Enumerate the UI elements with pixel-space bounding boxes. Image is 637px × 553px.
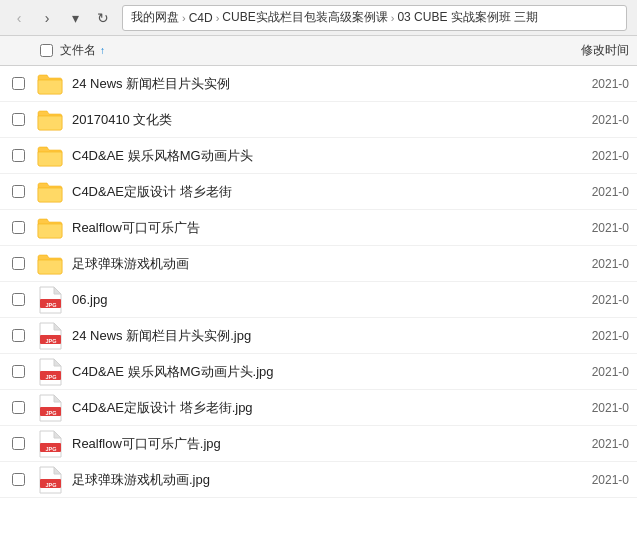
table-row[interactable]: 足球弹珠游戏机动画2021-0	[0, 246, 637, 282]
table-row[interactable]: 20170410 文化类2021-0	[0, 102, 637, 138]
folder-icon	[36, 142, 64, 170]
breadcrumb-item-3[interactable]: 03 CUBE 实战案例班 三期	[397, 9, 538, 26]
table-row[interactable]: Realflow可口可乐广告2021-0	[0, 210, 637, 246]
svg-text:JPG: JPG	[45, 301, 56, 307]
header-checkbox[interactable]	[36, 44, 56, 57]
jpg-file-icon: JPG	[36, 466, 64, 494]
file-date: 2021-0	[557, 221, 637, 235]
folder-icon	[36, 106, 64, 134]
toolbar: ‹ › ▾ ↻ 我的网盘 › C4D › CUBE实战栏目包装高级案例课 › 0…	[0, 0, 637, 36]
jpg-file-icon: JPG	[36, 322, 64, 350]
row-checkbox-wrap	[8, 74, 28, 94]
row-checkbox[interactable]	[12, 473, 25, 486]
svg-text:JPG: JPG	[45, 337, 56, 343]
file-name: 足球弹珠游戏机动画.jpg	[72, 471, 557, 489]
file-name: 足球弹珠游戏机动画	[72, 255, 557, 273]
file-date: 2021-0	[557, 293, 637, 307]
file-date: 2021-0	[557, 473, 637, 487]
back-button[interactable]: ‹	[6, 5, 32, 31]
sort-icon: ↑	[100, 45, 105, 56]
table-row[interactable]: JPG C4D&AE 娱乐风格MG动画片头.jpg2021-0	[0, 354, 637, 390]
file-name: 20170410 文化类	[72, 111, 557, 129]
row-checkbox[interactable]	[12, 257, 25, 270]
file-list: 24 News 新闻栏目片头实例2021-0 20170410 文化类2021-…	[0, 66, 637, 553]
table-row[interactable]: JPG 足球弹珠游戏机动画.jpg2021-0	[0, 462, 637, 498]
row-checkbox[interactable]	[12, 113, 25, 126]
row-checkbox[interactable]	[12, 293, 25, 306]
file-name: 24 News 新闻栏目片头实例.jpg	[72, 327, 557, 345]
row-checkbox[interactable]	[12, 437, 25, 450]
file-date: 2021-0	[557, 329, 637, 343]
row-checkbox[interactable]	[12, 185, 25, 198]
column-name-label: 文件名	[60, 42, 96, 59]
column-date-label: 修改时间	[581, 43, 629, 57]
forward-button[interactable]: ›	[34, 5, 60, 31]
column-date-header[interactable]: 修改时间	[557, 42, 637, 59]
file-name: C4D&AE 娱乐风格MG动画片头.jpg	[72, 363, 557, 381]
svg-text:JPG: JPG	[45, 409, 56, 415]
folder-icon	[36, 214, 64, 242]
folder-icon	[36, 70, 64, 98]
row-checkbox-wrap	[8, 290, 28, 310]
breadcrumb-item-1[interactable]: C4D	[189, 11, 213, 25]
row-checkbox[interactable]	[12, 329, 25, 342]
row-checkbox[interactable]	[12, 221, 25, 234]
breadcrumb-sep-1: ›	[216, 12, 220, 24]
column-name-header[interactable]: 文件名 ↑	[56, 42, 557, 59]
dropdown-button[interactable]: ▾	[62, 5, 88, 31]
row-checkbox[interactable]	[12, 149, 25, 162]
breadcrumb-sep-0: ›	[182, 12, 186, 24]
file-name: Realflow可口可乐广告.jpg	[72, 435, 557, 453]
table-row[interactable]: JPG C4D&AE定版设计 塔乡老街.jpg2021-0	[0, 390, 637, 426]
file-date: 2021-0	[557, 185, 637, 199]
breadcrumb-item-0[interactable]: 我的网盘	[131, 9, 179, 26]
file-name: 06.jpg	[72, 292, 557, 307]
file-date: 2021-0	[557, 77, 637, 91]
table-row[interactable]: JPG 24 News 新闻栏目片头实例.jpg2021-0	[0, 318, 637, 354]
row-checkbox-wrap	[8, 110, 28, 130]
svg-text:JPG: JPG	[45, 481, 56, 487]
row-checkbox-wrap	[8, 470, 28, 490]
file-date: 2021-0	[557, 401, 637, 415]
row-checkbox-wrap	[8, 182, 28, 202]
row-checkbox-wrap	[8, 218, 28, 238]
row-checkbox-wrap	[8, 146, 28, 166]
file-date: 2021-0	[557, 437, 637, 451]
table-row[interactable]: JPG 06.jpg2021-0	[0, 282, 637, 318]
breadcrumb: 我的网盘 › C4D › CUBE实战栏目包装高级案例课 › 03 CUBE 实…	[122, 5, 627, 31]
jpg-file-icon: JPG	[36, 430, 64, 458]
file-name: C4D&AE定版设计 塔乡老街.jpg	[72, 399, 557, 417]
table-row[interactable]: 24 News 新闻栏目片头实例2021-0	[0, 66, 637, 102]
row-checkbox-wrap	[8, 434, 28, 454]
file-name: Realflow可口可乐广告	[72, 219, 557, 237]
folder-icon	[36, 250, 64, 278]
file-name: C4D&AE定版设计 塔乡老街	[72, 183, 557, 201]
breadcrumb-item-2[interactable]: CUBE实战栏目包装高级案例课	[222, 9, 387, 26]
row-checkbox[interactable]	[12, 401, 25, 414]
jpg-file-icon: JPG	[36, 286, 64, 314]
file-date: 2021-0	[557, 149, 637, 163]
select-all-checkbox[interactable]	[40, 44, 53, 57]
table-row[interactable]: C4D&AE定版设计 塔乡老街2021-0	[0, 174, 637, 210]
file-date: 2021-0	[557, 113, 637, 127]
file-name: C4D&AE 娱乐风格MG动画片头	[72, 147, 557, 165]
row-checkbox-wrap	[8, 326, 28, 346]
svg-text:JPG: JPG	[45, 373, 56, 379]
file-date: 2021-0	[557, 257, 637, 271]
row-checkbox[interactable]	[12, 77, 25, 90]
refresh-button[interactable]: ↻	[90, 5, 116, 31]
jpg-file-icon: JPG	[36, 394, 64, 422]
folder-icon	[36, 178, 64, 206]
table-row[interactable]: JPG Realflow可口可乐广告.jpg2021-0	[0, 426, 637, 462]
column-header: 文件名 ↑ 修改时间	[0, 36, 637, 66]
row-checkbox-wrap	[8, 254, 28, 274]
svg-text:JPG: JPG	[45, 445, 56, 451]
jpg-file-icon: JPG	[36, 358, 64, 386]
row-checkbox-wrap	[8, 362, 28, 382]
file-date: 2021-0	[557, 365, 637, 379]
table-row[interactable]: C4D&AE 娱乐风格MG动画片头2021-0	[0, 138, 637, 174]
file-name: 24 News 新闻栏目片头实例	[72, 75, 557, 93]
row-checkbox-wrap	[8, 398, 28, 418]
breadcrumb-sep-2: ›	[391, 12, 395, 24]
row-checkbox[interactable]	[12, 365, 25, 378]
